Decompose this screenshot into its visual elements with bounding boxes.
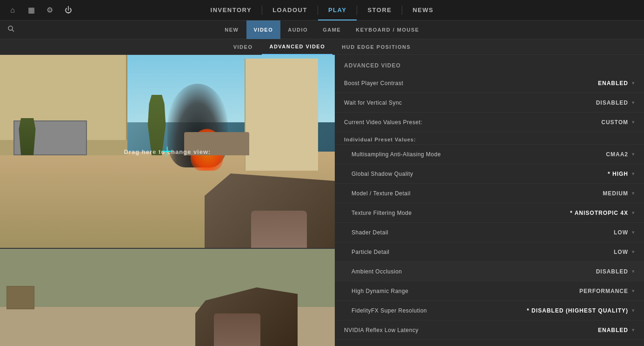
chevron-down-icon: ▾ (632, 100, 635, 105)
setting-video-preset[interactable]: Current Video Values Preset: CUSTOM ▾ (335, 113, 644, 132)
sub-navigation: NEW VIDEO AUDIO GAME KEYBOARD / MOUSE (0, 20, 644, 39)
chevron-down-icon: ▾ (632, 288, 635, 293)
ambient-occlusion-value: DISABLED ▾ (596, 268, 635, 275)
msaa-value: CMAA2 ▾ (606, 151, 635, 158)
tab-advanced-video[interactable]: ADVANCED VIDEO (262, 39, 332, 55)
chevron-down-icon: ▾ (632, 171, 635, 176)
building-right (245, 59, 318, 171)
fsr-label: FidelityFX Super Resolution (352, 307, 427, 314)
main-nav-links: INVENTORY LOADOUT PLAY STORE NEWS (200, 0, 444, 20)
settings-header: Advanced Video (335, 55, 644, 73)
setting-nvidia-reflex[interactable]: NVIDIA Reflex Low Latency ENABLED ▾ (335, 320, 644, 340)
chevron-down-icon: ▾ (632, 327, 635, 333)
nav-inventory[interactable]: INVENTORY (200, 0, 262, 20)
shader-detail-value: LOW ▾ (614, 229, 635, 236)
main-content: Drag here to change view: Advanced Video… (0, 55, 644, 346)
chevron-down-icon: ▾ (632, 249, 635, 254)
hdr-label: High Dynamic Range (352, 288, 408, 294)
shadow-quality-label: Global Shadow Quality (352, 171, 413, 177)
chevron-down-icon: ▾ (632, 80, 635, 86)
setting-fsr[interactable]: FidelityFX Super Resolution * DISABLED (… (335, 301, 644, 320)
second-sub-navigation: VIDEO ADVANCED VIDEO HUD EDGE POSITIONS (0, 39, 644, 55)
fsr-value: * DISABLED (HIGHEST QUALITY) ▾ (527, 307, 635, 314)
setting-wait-vsync[interactable]: Wait for Vertical Sync DISABLED ▾ (335, 93, 644, 113)
preview-top[interactable]: Drag here to change view: (0, 55, 335, 248)
chevron-down-icon: ▾ (632, 191, 635, 196)
texture-filtering-label: Texture Filtering Mode (352, 210, 412, 216)
setting-texture-detail[interactable]: Model / Texture Detail MEDIUM ▾ (335, 184, 644, 203)
particle-detail-value: LOW ▾ (614, 249, 635, 255)
hands (251, 211, 307, 248)
tab-game[interactable]: GAME (315, 20, 348, 39)
video-preset-value: CUSTOM ▾ (601, 119, 635, 126)
car (184, 132, 249, 155)
hdr-value: PERFORMANCE ▾ (579, 288, 635, 294)
ambient-occlusion-label: Ambient Occlusion (352, 268, 402, 275)
chevron-down-icon: ▾ (632, 210, 635, 215)
particle-detail-label: Particle Detail (352, 249, 390, 255)
individual-preset-header: Individual Preset Values: (335, 132, 644, 145)
nvidia-reflex-value: ENABLED ▾ (598, 327, 635, 333)
video-preset-label: Current Video Values Preset: (344, 119, 422, 126)
setting-texture-filtering[interactable]: Texture Filtering Mode * ANISOTROPIC 4X … (335, 203, 644, 223)
setting-shadow-quality[interactable]: Global Shadow Quality * HIGH ▾ (335, 164, 644, 184)
setting-msaa[interactable]: Multisampling Anti-Aliasing Mode CMAA2 ▾ (335, 145, 644, 164)
preview-pane: Drag here to change view: (0, 55, 335, 346)
texture-detail-value: MEDIUM ▾ (603, 190, 635, 197)
tab-video[interactable]: VIDEO (246, 20, 281, 39)
shadow-quality-value: * HIGH ▾ (608, 171, 635, 177)
msaa-label: Multisampling Anti-Aliasing Mode (352, 151, 441, 158)
tab-hud-edge[interactable]: HUD EDGE POSITIONS (334, 39, 418, 55)
tab-new[interactable]: NEW (217, 20, 246, 39)
sub-nav-wrapper: NEW VIDEO AUDIO GAME KEYBOARD / MOUSE (0, 20, 644, 39)
chevron-down-icon: ▾ (632, 308, 635, 313)
svg-line-1 (12, 30, 14, 32)
tab-video-basic[interactable]: VIDEO (226, 39, 260, 55)
setting-boost-player-contrast[interactable]: Boost Player Contrast ENABLED ▾ (335, 73, 644, 93)
wait-vsync-value: DISABLED ▾ (596, 100, 635, 106)
setting-ambient-occlusion[interactable]: Ambient Occlusion DISABLED ▾ (335, 262, 644, 281)
inventory-icon[interactable]: ▦ (26, 5, 36, 15)
setting-hdr[interactable]: High Dynamic Range PERFORMANCE ▾ (335, 281, 644, 301)
search-icon[interactable] (7, 25, 15, 34)
nav-icon-group: ⌂ ▦ ⚙ ⏻ (7, 5, 73, 15)
boost-player-contrast-label: Boost Player Contrast (344, 80, 403, 86)
boost-player-contrast-value: ENABLED ▾ (598, 80, 635, 86)
power-icon[interactable]: ⏻ (63, 5, 73, 15)
nvidia-reflex-label: NVIDIA Reflex Low Latency (344, 327, 418, 333)
texture-filtering-value: * ANISOTROPIC 4X ▾ (570, 210, 635, 216)
tab-keyboard-mouse[interactable]: KEYBOARD / MOUSE (348, 20, 426, 39)
hands-bottom (214, 313, 260, 346)
tab-audio[interactable]: AUDIO (280, 20, 315, 39)
settings-icon[interactable]: ⚙ (45, 5, 55, 15)
texture-detail-label: Model / Texture Detail (352, 190, 411, 197)
crate (7, 286, 34, 309)
setting-shader-detail[interactable]: Shader Detail LOW ▾ (335, 223, 644, 242)
home-icon[interactable]: ⌂ (7, 5, 18, 15)
nav-play[interactable]: PLAY (318, 0, 357, 20)
settings-pane: Advanced Video Boost Player Contrast ENA… (335, 55, 644, 346)
chevron-down-icon: ▾ (632, 230, 635, 235)
wait-vsync-label: Wait for Vertical Sync (344, 100, 402, 106)
shader-detail-label: Shader Detail (352, 229, 388, 236)
chevron-down-icon: ▾ (632, 120, 635, 125)
nav-news[interactable]: NEWS (402, 0, 444, 20)
chevron-down-icon: ▾ (632, 152, 635, 157)
setting-particle-detail[interactable]: Particle Detail LOW ▾ (335, 242, 644, 262)
nav-loadout[interactable]: LOADOUT (262, 0, 318, 20)
chevron-down-icon: ▾ (632, 269, 635, 274)
nav-store[interactable]: STORE (357, 0, 402, 20)
svg-point-0 (8, 26, 13, 30)
top-navigation: ⌂ ▦ ⚙ ⏻ INVENTORY LOADOUT PLAY STORE NEW… (0, 0, 644, 20)
preview-bottom[interactable] (0, 248, 335, 346)
